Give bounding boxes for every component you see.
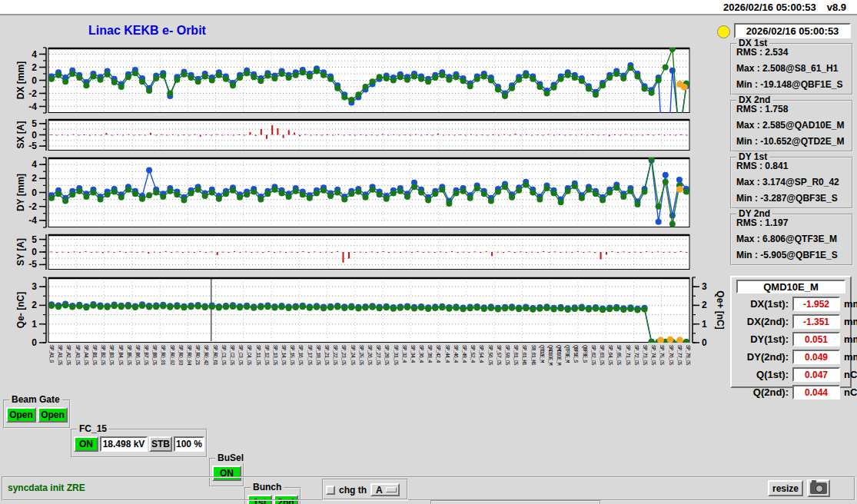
xaxis-label: SP_27_C5 xyxy=(375,345,381,394)
plot-ylabel-sx: SX [A] xyxy=(15,119,28,151)
svg-text:2: 2 xyxy=(702,300,707,310)
xaxis-label: SP_R0_61 xyxy=(212,345,218,394)
xaxis-label: SP_54_4 xyxy=(478,345,484,394)
fc15-kv-field[interactable]: 18.498 kV xyxy=(100,436,148,452)
dropdown-indicator-icon xyxy=(386,487,397,492)
monitor-row-label: Q(1st): xyxy=(735,369,789,380)
svg-text:1: 1 xyxy=(32,319,37,330)
svg-text:5: 5 xyxy=(32,118,37,129)
svg-text:0: 0 xyxy=(32,337,37,348)
monitor-row-value: -1.952 xyxy=(792,297,840,311)
monitor-row-label: Q(2nd): xyxy=(735,386,789,398)
monitor-row-unit: mm xyxy=(844,351,857,363)
xaxis-label: SP_15_C5 xyxy=(289,345,295,394)
xaxis-label: QTD2E_M xyxy=(539,345,545,394)
monitor-row-unit: mm xyxy=(844,316,857,327)
stat-group-title: DX 2nd xyxy=(736,94,772,105)
stat-group-dy-1st: DY 1stRMS : 0.841Max : 3.174@SP_R0_42Min… xyxy=(730,157,853,209)
xaxis-label: SP_C3_C5 xyxy=(238,345,244,394)
xaxis-label: SP_38_4 xyxy=(427,345,433,394)
xaxis-label: SP_58_C5 xyxy=(504,345,510,394)
svg-text:-5: -5 xyxy=(28,141,37,151)
screenshot-button[interactable] xyxy=(807,479,830,497)
titlebar-version: v8.9 xyxy=(827,2,846,13)
fc15-percent-field[interactable]: 100 % xyxy=(174,436,204,452)
monitor-row-value: 0.049 xyxy=(792,350,840,364)
xaxis-label: SP_24_C5 xyxy=(350,345,356,394)
xaxis-label: SP_12_C5 xyxy=(264,345,270,394)
xaxis-label: SP_78_C5 xyxy=(685,345,691,394)
xaxis-label: SP_61_C5 xyxy=(513,345,519,394)
plot-ylabel-right-q: Qe+ [nC] xyxy=(713,277,726,343)
chg-th-group: chg th A xyxy=(322,479,408,500)
xaxis-label: SP_62_C5 xyxy=(590,345,596,394)
xaxis-label: SP_21_C5 xyxy=(324,345,330,394)
monitor-row-unit: mm xyxy=(844,333,857,345)
xaxis-label: SP_46_4 xyxy=(453,345,459,394)
svg-text:5: 5 xyxy=(32,234,37,245)
xaxis-label: SP_C2_C5 xyxy=(229,345,235,394)
xaxis-label: SP_B1_C5 xyxy=(91,345,98,394)
svg-text:-2: -2 xyxy=(28,88,37,99)
svg-text:0: 0 xyxy=(702,337,707,348)
xaxis-label: SP_22_C5 xyxy=(332,345,338,394)
xaxis-label: SP_71_C5 xyxy=(625,345,631,394)
monitor-row-value: 0.047 xyxy=(792,367,840,382)
beam-gate-open-button-2[interactable]: Open xyxy=(38,407,68,423)
xaxis-label: QTF3E_M xyxy=(564,345,570,394)
stat-row: Max : 2.508@S8_61_H1 xyxy=(732,61,852,77)
xaxis-label: SP_B5_C5 xyxy=(126,345,132,394)
monitor-row-value: 0.044 xyxy=(792,385,840,400)
monitor-row: DX(2nd):-1.351mm xyxy=(735,313,847,330)
xaxis-label: SP_R0_42 xyxy=(203,345,209,394)
monitor-panel: QMD10E_M DX(1st):-1.952mmDX(2nd):-1.351m… xyxy=(730,276,852,388)
xaxis-label: SP_56_C5 xyxy=(487,345,493,394)
xaxis-label: SP_C1_C5 xyxy=(221,345,227,394)
fc15-group: FC_15 ON 18.498 kV STB 100 % xyxy=(71,429,208,458)
fc15-on-button[interactable]: ON xyxy=(74,436,98,452)
resize-button[interactable]: resize xyxy=(768,480,803,496)
status-message: syncdata init ZRE xyxy=(8,482,85,493)
sp-select-group: SP_A1_G 1st 0.1 [nC] xyxy=(430,500,601,504)
monitor-row: DY(1st):0.051mm xyxy=(735,330,847,348)
svg-text:2: 2 xyxy=(32,300,37,310)
xaxis-label: SP_B6_C5 xyxy=(135,345,141,394)
svg-text:0: 0 xyxy=(32,187,37,198)
mode-dropdown[interactable]: A xyxy=(370,483,400,496)
xaxis-label: SP_18_C5 xyxy=(315,345,321,394)
stat-row: Min : -3.287@QBF3E_S xyxy=(732,191,852,207)
xaxis-label: SP_A1_C5 xyxy=(57,345,63,394)
page-title: Linac KEKB e- Orbit xyxy=(88,24,206,38)
monitor-row-value: -1.351 xyxy=(792,314,840,329)
chg-th-checkbox[interactable] xyxy=(326,486,335,495)
stat-group-dy-2nd: DY 2ndRMS : 1.197Max : 6.806@QTF3E_MMin … xyxy=(730,214,853,266)
stat-group-dx-2nd: DX 2ndRMS : 1.758Max : 2.585@QAD10E_MMin… xyxy=(730,100,853,152)
svg-text:0: 0 xyxy=(32,130,37,141)
status-lamp-icon xyxy=(717,25,730,38)
xaxis-label: SP_73_C5 xyxy=(642,345,648,394)
xaxis-label: SP_63_C5 xyxy=(599,345,605,394)
xaxis-label: SP_13_C5 xyxy=(272,345,278,394)
monitor-row-label: DX(1st): xyxy=(735,298,789,310)
fc15-stb-button[interactable]: STB xyxy=(149,436,172,452)
svg-text:1: 1 xyxy=(702,319,707,330)
monitor-row-unit: nC xyxy=(844,369,857,380)
xaxis-label: SP_R0_01 xyxy=(160,345,166,394)
xaxis-label: S8_61_H1 xyxy=(530,345,536,394)
xaxis-label: QMD10E_M xyxy=(556,345,562,394)
xaxis-label: SP_B7_C5 xyxy=(143,345,149,394)
svg-text:-4: -4 xyxy=(28,215,37,226)
xaxis-label: SP_A3_C5 xyxy=(75,345,81,394)
window-titlebar: 2026/02/16 05:00:53 v8.9 xyxy=(0,0,857,15)
beam-gate-open-button-1[interactable]: Open xyxy=(6,407,36,423)
xaxis-label: SP_72_C5 xyxy=(633,345,639,394)
svg-text:0: 0 xyxy=(32,247,37,257)
xaxis-label: SP_76_C5 xyxy=(668,345,674,394)
xaxis-label: SP_48_4 xyxy=(461,345,467,394)
monitor-row: DX(1st):-1.952mm xyxy=(735,295,847,313)
camera-icon xyxy=(810,482,827,494)
xaxis-label: SP_23_C5 xyxy=(340,345,347,394)
xaxis-label: SP_36_4 xyxy=(418,345,424,394)
xaxis-label: SP_R0_02 xyxy=(169,345,175,394)
svg-text:4: 4 xyxy=(32,159,37,170)
